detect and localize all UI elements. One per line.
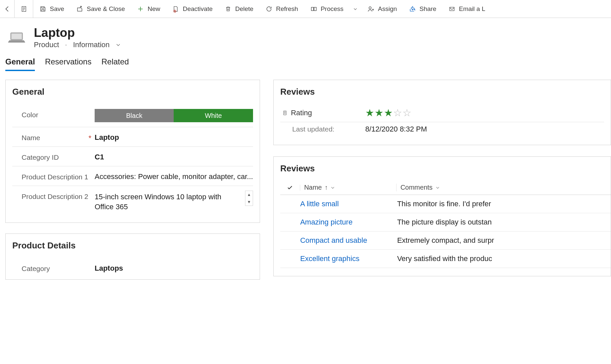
review-name-link[interactable]: Compact and usable: [300, 236, 396, 245]
laptop-icon: [7, 31, 26, 44]
notes-icon: [20, 5, 28, 13]
share-icon: [409, 5, 416, 13]
device-icon: [282, 109, 288, 117]
record-title: Laptop: [34, 26, 121, 40]
table-row[interactable]: Excellent graphicsVery satisfied with th…: [280, 250, 611, 268]
review-name-link[interactable]: Amazing picture: [300, 218, 396, 227]
entity-name: Product: [34, 41, 59, 49]
column-header-name[interactable]: Name ↑: [300, 184, 396, 191]
form-name[interactable]: Information: [73, 41, 110, 49]
category-id-field[interactable]: C1: [95, 151, 253, 161]
star-icon: ★: [375, 107, 384, 119]
save-close-icon: [76, 5, 83, 13]
reviews-grid-body: A little smallThis monitor is fine. I'd …: [280, 195, 611, 268]
reviews-summary-title: Reviews: [280, 87, 604, 97]
reviews-grid-header: Name ↑ Comments: [280, 181, 611, 195]
category-label: Category: [22, 263, 95, 273]
scroll-up-icon[interactable]: ▲: [245, 191, 253, 198]
category-field[interactable]: Laptops: [95, 263, 253, 273]
chevron-down-icon[interactable]: [330, 185, 335, 190]
rating-stars[interactable]: ★ ★ ★ ☆ ☆: [365, 107, 411, 119]
star-outline-icon: ☆: [402, 107, 411, 119]
desc2-field[interactable]: 15-inch screen Windows 10 laptop with Of…: [95, 191, 242, 210]
share-button[interactable]: Share: [403, 0, 442, 18]
review-name-link[interactable]: Excellent graphics: [300, 254, 396, 263]
tab-bar: General Reservations Related: [0, 52, 611, 71]
delete-label: Delete: [235, 5, 253, 13]
last-updated-value: 8/12/2020 8:32 PM: [365, 125, 427, 134]
email-link-button[interactable]: Email a L: [442, 0, 491, 18]
general-section-title: General: [12, 87, 253, 97]
separator-dot: ·: [65, 41, 67, 49]
record-header: Laptop Product · Information: [0, 18, 611, 52]
name-label: Name *: [22, 132, 95, 142]
process-label: Process: [321, 5, 344, 13]
svg-rect-5: [450, 7, 454, 11]
svg-rect-8: [284, 111, 286, 115]
chevron-down-icon[interactable]: [435, 185, 440, 190]
desc2-label: Product Description 2: [22, 191, 95, 201]
sort-asc-icon: ↑: [324, 184, 328, 191]
desc2-scroll[interactable]: ▲ ▼: [245, 191, 253, 206]
review-comment: The picture display is outstan: [396, 218, 492, 227]
name-field[interactable]: Laptop: [95, 132, 253, 142]
refresh-button[interactable]: Refresh: [259, 0, 304, 18]
email-label: Email a L: [459, 5, 485, 13]
select-all-checkbox[interactable]: [280, 185, 300, 191]
reviews-summary-section: Reviews Rating ★ ★ ★ ☆ ☆ Last: [273, 80, 611, 145]
process-menu-chevron[interactable]: [349, 7, 361, 11]
refresh-label: Refresh: [276, 5, 298, 13]
save-label: Save: [50, 5, 64, 13]
assign-button[interactable]: Assign: [361, 0, 403, 18]
table-row[interactable]: Compact and usableExtremely compact, and…: [280, 231, 611, 250]
reviews-grid-title: Reviews: [280, 163, 611, 174]
review-comment: This monitor is fine. I'd prefer: [396, 200, 491, 208]
new-label: New: [147, 5, 160, 13]
deactivate-button[interactable]: Deactivate: [166, 0, 218, 18]
tab-general[interactable]: General: [5, 55, 35, 71]
back-button[interactable]: [0, 0, 15, 18]
tab-related[interactable]: Related: [101, 55, 129, 71]
notes-button[interactable]: [15, 0, 33, 18]
save-button[interactable]: Save: [33, 0, 70, 18]
column-header-comments[interactable]: Comments: [396, 184, 440, 191]
review-comment: Very satisfied with the produc: [396, 254, 492, 263]
assign-label: Assign: [378, 5, 397, 13]
tab-reservations[interactable]: Reservations: [45, 55, 91, 71]
deactivate-label: Deactivate: [183, 5, 213, 13]
save-close-label: Save & Close: [87, 5, 125, 13]
star-icon: ★: [365, 107, 374, 119]
color-option-black[interactable]: Black: [95, 109, 174, 122]
rating-label: Rating: [291, 109, 312, 117]
process-button[interactable]: Process: [304, 0, 350, 18]
required-asterisk: *: [88, 134, 91, 142]
command-bar: Save Save & Close New Deactivate Delete …: [0, 0, 611, 18]
color-toggle[interactable]: Black White: [95, 109, 253, 122]
assign-icon: [367, 5, 375, 13]
chevron-down-icon[interactable]: [116, 42, 121, 47]
review-name-link[interactable]: A little small: [300, 200, 396, 208]
desc1-field[interactable]: Accessories: Power cable, monitor adapte…: [95, 171, 253, 181]
general-section: General Color Black White Name * Laptop …: [5, 80, 260, 223]
record-subtitle: Product · Information: [34, 41, 121, 49]
back-arrow-icon: [4, 5, 11, 13]
product-details-title: Product Details: [12, 240, 253, 251]
last-updated-label: Last updated:: [282, 125, 334, 133]
new-button[interactable]: New: [131, 0, 166, 18]
delete-button[interactable]: Delete: [218, 0, 259, 18]
mail-icon: [448, 5, 456, 13]
desc1-label: Product Description 1: [22, 171, 95, 181]
refresh-icon: [265, 5, 273, 13]
product-details-section: Product Details Category Laptops: [5, 233, 260, 280]
save-close-button[interactable]: Save & Close: [70, 0, 131, 18]
reviews-grid-section: Reviews Name ↑ Comments: [273, 156, 611, 276]
scroll-down-icon[interactable]: ▼: [245, 198, 253, 206]
svg-point-4: [369, 7, 371, 9]
process-icon: [310, 5, 317, 13]
table-row[interactable]: A little smallThis monitor is fine. I'd …: [280, 195, 611, 213]
star-icon: ★: [384, 107, 393, 119]
color-option-white[interactable]: White: [174, 109, 253, 122]
review-comment: Extremely compact, and surpr: [396, 236, 494, 245]
table-row[interactable]: Amazing pictureThe picture display is ou…: [280, 213, 611, 231]
svg-rect-3: [314, 7, 316, 11]
